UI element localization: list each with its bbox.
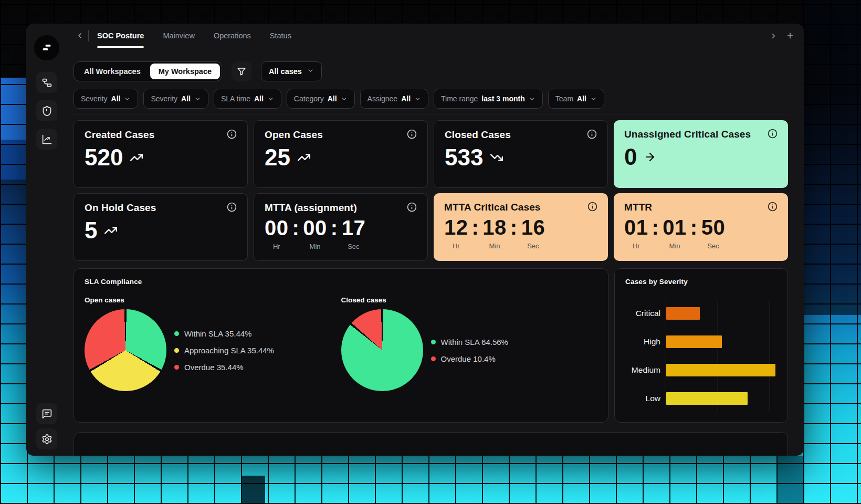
info-icon-button[interactable] bbox=[227, 129, 237, 139]
legend-label: Approaching SLA 35.44% bbox=[184, 346, 274, 355]
severity-bar-rows: CriticalHighMediumLow bbox=[625, 299, 777, 413]
duration-digits: 18 bbox=[482, 216, 507, 238]
info-icon-button[interactable] bbox=[587, 202, 597, 212]
down-trend-indicator bbox=[490, 151, 503, 164]
kpi-duration-value: 00Hr:00Min:17Sec bbox=[265, 217, 417, 250]
duration-digits: 00 bbox=[265, 217, 289, 239]
severity-category-label: Low bbox=[625, 394, 666, 403]
duration-digits: 12 bbox=[444, 216, 468, 238]
filter-pill-assignee-4[interactable]: AssigneeAll bbox=[360, 89, 428, 109]
filter-pill-team-6[interactable]: TeamAll bbox=[548, 89, 604, 109]
sidebar-bottom bbox=[36, 403, 57, 449]
tabs-back-button[interactable] bbox=[75, 30, 85, 41]
tab-operations[interactable]: Operations bbox=[214, 24, 251, 48]
filter-button[interactable] bbox=[232, 61, 251, 81]
duration-unit-label: Sec bbox=[348, 243, 359, 250]
kpi-value: 520 bbox=[85, 146, 123, 169]
workspace-option-my-workspace[interactable]: My Workspace bbox=[150, 64, 220, 79]
filter-pill-category-3[interactable]: CategoryAll bbox=[287, 89, 355, 109]
sidebar-item-security[interactable] bbox=[36, 100, 57, 121]
case-type-dropdown[interactable]: All cases bbox=[261, 61, 322, 81]
filters-primary-row: All WorkspacesMy Workspace All cases bbox=[74, 61, 788, 81]
feedback-icon bbox=[41, 408, 52, 419]
filter-pill-sla-time-2[interactable]: SLA timeAll bbox=[214, 89, 281, 109]
pie-chart-title: Closed cases bbox=[341, 296, 598, 304]
info-icon-button[interactable] bbox=[407, 129, 417, 139]
chevron-left-icon bbox=[76, 32, 84, 40]
filter-funnel-icon bbox=[237, 67, 246, 76]
chevron-down-icon bbox=[590, 96, 597, 102]
info-icon-button[interactable] bbox=[768, 129, 778, 139]
info-icon-button[interactable] bbox=[227, 202, 237, 212]
tabs-forward-button[interactable] bbox=[769, 30, 779, 41]
plus-icon bbox=[786, 32, 794, 40]
duration-unit-label: Hr bbox=[273, 243, 280, 250]
filter-pill-label: Severity bbox=[81, 94, 108, 103]
duration-unit-label: Min bbox=[489, 242, 500, 250]
sidebar-item-feedback[interactable] bbox=[36, 403, 57, 424]
info-icon bbox=[407, 129, 417, 139]
chevron-right-icon bbox=[770, 32, 778, 40]
duration-digits: 01 bbox=[624, 216, 648, 238]
chevron-down-icon bbox=[307, 67, 314, 74]
kpi-card-mtta-assignment: MTTA (assignment)00Hr:00Min:17Sec bbox=[254, 193, 428, 261]
legend-item: Approaching SLA 35.44% bbox=[174, 346, 274, 355]
pie-legend: Within SLA 64.56%Overdue 10.4% bbox=[431, 338, 508, 363]
workspace-toggle: All WorkspacesMy Workspace bbox=[74, 61, 222, 81]
line-chart-icon bbox=[41, 134, 52, 145]
legend-dot bbox=[174, 365, 179, 370]
duration-digits: 16 bbox=[521, 216, 545, 238]
kpi-card-title: MTTA Critical Cases bbox=[444, 202, 541, 213]
sidebar-item-analytics[interactable] bbox=[36, 129, 57, 150]
filter-pill-severity-0[interactable]: SeverityAll bbox=[74, 89, 138, 109]
tab-bar: SOC PostureMainviewOperationsStatus bbox=[67, 24, 804, 48]
tab-status[interactable]: Status bbox=[270, 24, 291, 48]
kpi-duration-value: 01Hr:01Min:50Sec bbox=[624, 216, 778, 250]
closed-cases-pie bbox=[341, 309, 423, 391]
cases-by-severity-panel: Cases by Severity CriticalHighMediumLow bbox=[614, 268, 788, 423]
tab-mainview[interactable]: Mainview bbox=[163, 24, 194, 48]
chevron-down-icon bbox=[194, 96, 201, 102]
open-cases-chart: Open casesWithin SLA 35.44%Approaching S… bbox=[85, 296, 341, 391]
sidebar bbox=[26, 24, 67, 456]
filters-divider bbox=[74, 114, 788, 114]
tabs: SOC PostureMainviewOperationsStatus bbox=[97, 24, 291, 48]
tab-soc-posture[interactable]: SOC Posture bbox=[97, 24, 144, 48]
filter-pill-severity-1[interactable]: SeverityAll bbox=[143, 89, 208, 109]
filter-pill-value: All bbox=[577, 94, 586, 103]
sidebar-item-settings[interactable] bbox=[36, 428, 57, 449]
kpi-card-unassigned-critical-cases: Unassigned Critical Cases0 bbox=[614, 120, 788, 188]
sidebar-item-workflows[interactable] bbox=[36, 72, 57, 93]
kpi-value: 0 bbox=[624, 145, 637, 169]
workspace-option-all-workspaces[interactable]: All Workspaces bbox=[76, 64, 149, 79]
info-icon bbox=[768, 202, 778, 212]
chevron-down-icon bbox=[267, 96, 274, 102]
legend-label: Within SLA 35.44% bbox=[184, 329, 251, 338]
legend-dot bbox=[174, 348, 179, 353]
severity-category-label: Critical bbox=[625, 309, 666, 318]
kpi-card-open-cases: Open Cases25 bbox=[254, 120, 428, 188]
duration-unit-label: Min bbox=[310, 243, 321, 250]
filter-pill-label: Assignee bbox=[368, 94, 398, 103]
arrow-right-icon bbox=[644, 151, 656, 163]
info-icon-button[interactable] bbox=[407, 202, 417, 212]
duration-digits: 17 bbox=[342, 217, 366, 239]
workflow-icon bbox=[41, 77, 52, 88]
severity-category-label: Medium bbox=[625, 365, 666, 375]
kpi-card-on-hold-cases: On Hold Cases5 bbox=[74, 193, 248, 261]
duration-unit-label: Hr bbox=[633, 242, 640, 250]
add-tab-button[interactable] bbox=[785, 30, 795, 41]
app-logo[interactable] bbox=[34, 35, 59, 60]
duration-colon: : bbox=[331, 217, 338, 239]
info-icon-button[interactable] bbox=[768, 202, 778, 212]
filter-pill-label: Team bbox=[555, 94, 573, 103]
info-icon-button[interactable] bbox=[587, 129, 597, 139]
info-icon bbox=[587, 202, 597, 212]
kpi-card-closed-cases: Closed Cases533 bbox=[434, 120, 608, 188]
filter-pill-value: last 3 month bbox=[481, 94, 524, 103]
legend-dot bbox=[431, 340, 436, 344]
open-cases-pie bbox=[85, 309, 166, 391]
duration-colon: : bbox=[652, 216, 659, 238]
legend-dot bbox=[431, 356, 436, 361]
filter-pill-time-range-5[interactable]: Time rangelast 3 month bbox=[434, 89, 543, 109]
